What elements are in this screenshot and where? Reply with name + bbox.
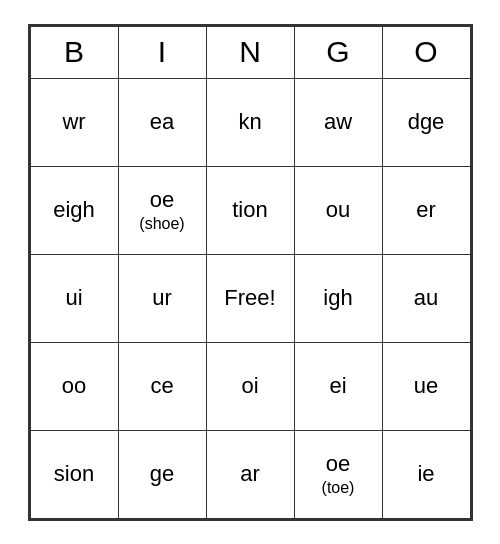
cell-content: igh: [295, 285, 382, 311]
cell-main-text: ie: [417, 461, 434, 487]
bingo-table: BINGO wreaknawdgeeighoe(shoe)tionoueruiu…: [30, 26, 471, 519]
cell-content: oe(shoe): [119, 187, 206, 233]
cell-content: ie: [383, 461, 470, 487]
header-row: BINGO: [30, 26, 470, 78]
cell-main-text: oe: [150, 187, 174, 213]
header-col-n: N: [206, 26, 294, 78]
bingo-row-1: eighoe(shoe)tionouer: [30, 166, 470, 254]
bingo-cell-r4-c3: oe(toe): [294, 430, 382, 518]
bingo-cell-r4-c1: ge: [118, 430, 206, 518]
cell-main-text: ge: [150, 461, 174, 487]
bingo-cell-r1-c2: tion: [206, 166, 294, 254]
bingo-cell-r1-c1: oe(shoe): [118, 166, 206, 254]
bingo-row-4: siongearoe(toe)ie: [30, 430, 470, 518]
cell-main-text: igh: [323, 285, 352, 311]
cell-content: oo: [31, 373, 118, 399]
cell-main-text: ce: [150, 373, 173, 399]
bingo-card: BINGO wreaknawdgeeighoe(shoe)tionoueruiu…: [28, 24, 473, 521]
cell-content: ue: [383, 373, 470, 399]
cell-main-text: Free!: [224, 285, 275, 311]
cell-content: kn: [207, 109, 294, 135]
cell-content: wr: [31, 109, 118, 135]
cell-main-text: aw: [324, 109, 352, 135]
cell-content: er: [383, 197, 470, 223]
cell-content: ge: [119, 461, 206, 487]
bingo-cell-r3-c0: oo: [30, 342, 118, 430]
cell-main-text: oo: [62, 373, 86, 399]
cell-main-text: wr: [62, 109, 85, 135]
bingo-cell-r0-c3: aw: [294, 78, 382, 166]
cell-content: ui: [31, 285, 118, 311]
cell-content: au: [383, 285, 470, 311]
header-col-o: O: [382, 26, 470, 78]
bingo-row-2: uiurFree!ighau: [30, 254, 470, 342]
bingo-cell-r0-c0: wr: [30, 78, 118, 166]
bingo-row-0: wreaknawdge: [30, 78, 470, 166]
cell-content: ce: [119, 373, 206, 399]
bingo-cell-r2-c4: au: [382, 254, 470, 342]
cell-main-text: eigh: [53, 197, 95, 223]
bingo-cell-r3-c1: ce: [118, 342, 206, 430]
cell-content: ar: [207, 461, 294, 487]
cell-main-text: ea: [150, 109, 174, 135]
bingo-cell-r2-c1: ur: [118, 254, 206, 342]
bingo-cell-r3-c3: ei: [294, 342, 382, 430]
cell-content: ur: [119, 285, 206, 311]
bingo-cell-r0-c4: dge: [382, 78, 470, 166]
cell-content: ou: [295, 197, 382, 223]
cell-content: ei: [295, 373, 382, 399]
bingo-cell-r2-c3: igh: [294, 254, 382, 342]
cell-main-text: ei: [329, 373, 346, 399]
cell-main-text: ur: [152, 285, 172, 311]
cell-content: sion: [31, 461, 118, 487]
header-col-i: I: [118, 26, 206, 78]
bingo-cell-r2-c0: ui: [30, 254, 118, 342]
cell-content: Free!: [207, 285, 294, 311]
cell-main-text: kn: [238, 109, 261, 135]
bingo-cell-r1-c4: er: [382, 166, 470, 254]
header-col-g: G: [294, 26, 382, 78]
bingo-cell-r3-c2: oi: [206, 342, 294, 430]
bingo-cell-r3-c4: ue: [382, 342, 470, 430]
cell-content: dge: [383, 109, 470, 135]
bingo-cell-r4-c2: ar: [206, 430, 294, 518]
bingo-cell-r2-c2: Free!: [206, 254, 294, 342]
cell-main-text: ue: [414, 373, 438, 399]
cell-main-text: er: [416, 197, 436, 223]
cell-content: aw: [295, 109, 382, 135]
bingo-cell-r4-c0: sion: [30, 430, 118, 518]
bingo-cell-r0-c2: kn: [206, 78, 294, 166]
cell-main-text: ar: [240, 461, 260, 487]
cell-main-text: oi: [241, 373, 258, 399]
cell-main-text: tion: [232, 197, 267, 223]
cell-content: ea: [119, 109, 206, 135]
cell-sub-text: (toe): [322, 478, 355, 497]
bingo-cell-r0-c1: ea: [118, 78, 206, 166]
cell-main-text: ui: [65, 285, 82, 311]
cell-main-text: au: [414, 285, 438, 311]
cell-main-text: sion: [54, 461, 94, 487]
cell-sub-text: (shoe): [139, 214, 184, 233]
header-col-b: B: [30, 26, 118, 78]
cell-content: oi: [207, 373, 294, 399]
bingo-cell-r1-c3: ou: [294, 166, 382, 254]
cell-content: eigh: [31, 197, 118, 223]
cell-main-text: dge: [408, 109, 445, 135]
bingo-cell-r4-c4: ie: [382, 430, 470, 518]
cell-main-text: ou: [326, 197, 350, 223]
cell-content: tion: [207, 197, 294, 223]
cell-content: oe(toe): [295, 451, 382, 497]
bingo-cell-r1-c0: eigh: [30, 166, 118, 254]
bingo-row-3: ooceoieiue: [30, 342, 470, 430]
cell-main-text: oe: [326, 451, 350, 477]
